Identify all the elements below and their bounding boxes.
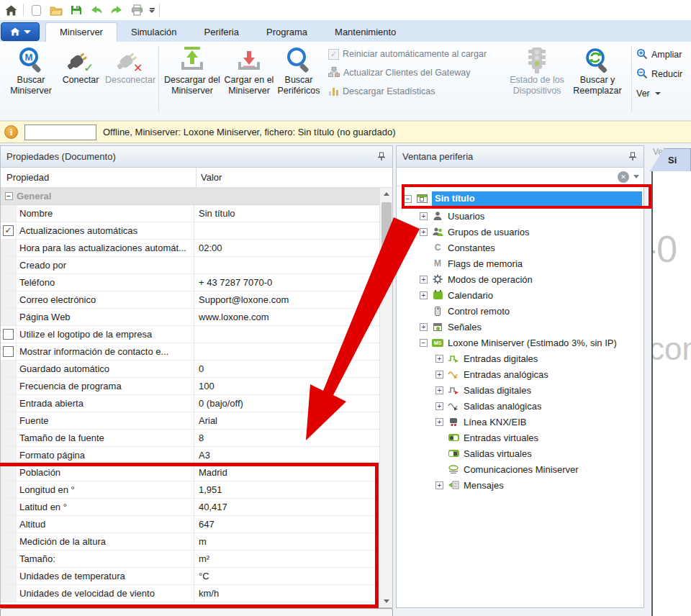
collapse-icon[interactable] bbox=[404, 195, 412, 203]
expand-icon[interactable] bbox=[420, 228, 428, 236]
property-value[interactable] bbox=[194, 222, 379, 239]
cargar-en-el-miniserver-button[interactable]: Cargar en el Miniserver bbox=[223, 45, 275, 96]
property-value[interactable]: A3 bbox=[194, 447, 379, 463]
group-row-general[interactable]: General bbox=[1, 188, 379, 205]
buscar-reemplazar-button[interactable]: Buscar y Reemplazar bbox=[569, 45, 626, 96]
table-row[interactable]: NombreSin título bbox=[1, 205, 379, 222]
pin-icon[interactable] bbox=[376, 152, 387, 162]
reiniciar-checkbox-item[interactable]: Reiniciar automáticamente al cargar bbox=[328, 47, 487, 61]
tree-item-salidas-analogicas[interactable]: Salidas analógicas bbox=[397, 398, 643, 414]
expand-icon[interactable] bbox=[420, 212, 428, 220]
table-row[interactable]: Latitud en °40,417 bbox=[1, 499, 379, 516]
property-value[interactable]: 02:00 bbox=[194, 240, 379, 256]
table-row[interactable]: Utilize el logotipo de la empresa bbox=[1, 326, 379, 343]
buscar-perifericos-button[interactable]: Buscar Periféricos bbox=[275, 45, 322, 96]
column-propiedad[interactable]: Propiedad bbox=[1, 168, 197, 187]
expand-icon[interactable] bbox=[420, 291, 428, 299]
clear-filter-icon[interactable] bbox=[618, 171, 629, 183]
document-page[interactable]: -0 com bbox=[651, 171, 691, 616]
property-value[interactable] bbox=[194, 343, 379, 360]
property-value[interactable]: + 43 7287 7070-0 bbox=[194, 274, 379, 291]
checkbox[interactable] bbox=[3, 225, 14, 236]
tab-programa[interactable]: Programa bbox=[253, 23, 321, 42]
property-value[interactable]: 0 bbox=[194, 361, 379, 377]
table-row[interactable]: Unidades de temperatura°C bbox=[1, 568, 379, 585]
property-value[interactable]: 647 bbox=[194, 516, 379, 533]
tree-item-usuarios[interactable]: Usuarios bbox=[397, 208, 643, 224]
scroll-down-arrow[interactable] bbox=[380, 595, 393, 607]
property-value[interactable]: m² bbox=[194, 551, 379, 567]
home-icon[interactable] bbox=[3, 2, 19, 18]
column-valor[interactable]: Valor bbox=[197, 172, 392, 183]
undo-icon[interactable] bbox=[89, 2, 104, 18]
table-row[interactable]: Mostrar información de contacto e... bbox=[1, 343, 379, 361]
property-value[interactable]: 40,417 bbox=[194, 499, 379, 515]
reducir-button[interactable]: Reducir bbox=[636, 66, 682, 82]
table-row[interactable]: Tamaño de la fuente8 bbox=[1, 430, 379, 447]
expand-icon[interactable] bbox=[420, 323, 428, 331]
table-row[interactable]: Altitud647 bbox=[1, 516, 379, 533]
tree-item-comunicaciones[interactable]: Comunicaciones Miniserver bbox=[397, 461, 643, 477]
tab-periferia[interactable]: Periferia bbox=[191, 23, 253, 42]
desconectar-button[interactable]: ✕ Desconectar bbox=[104, 45, 157, 86]
expand-icon[interactable] bbox=[435, 371, 443, 379]
tree-item-loxone-miniserver[interactable]: Loxone Miniserver (Estimado 3%, sin IP) bbox=[397, 335, 643, 350]
checkbox[interactable] bbox=[3, 346, 14, 357]
bottom-panel-edge[interactable] bbox=[0, 608, 393, 616]
tree-item-constantes[interactable]: CConstantes bbox=[397, 240, 643, 255]
table-row[interactable]: Hora para las actualizaciones automát...… bbox=[1, 240, 379, 257]
ampliar-button[interactable]: Ampliar bbox=[636, 47, 682, 63]
table-row[interactable]: Creado por bbox=[1, 257, 379, 274]
tree-filter-input[interactable] bbox=[398, 170, 614, 186]
conectar-button[interactable]: ✓ Conectar bbox=[58, 45, 104, 86]
tree-item-entradas-virtuales[interactable]: Entradas virtuales bbox=[397, 430, 643, 445]
redo-icon[interactable] bbox=[109, 2, 125, 18]
property-value[interactable] bbox=[194, 326, 379, 343]
table-row[interactable]: FuenteArial bbox=[1, 412, 379, 430]
expand-icon[interactable] bbox=[420, 276, 428, 284]
table-row[interactable]: Unidades de velocidad de vientokm/h bbox=[1, 585, 379, 602]
tree-item-salidas-digitales[interactable]: Salidas digitales bbox=[397, 382, 643, 398]
property-value[interactable]: Madrid bbox=[194, 464, 379, 481]
application-menu-button[interactable] bbox=[1, 22, 40, 41]
tree-item-linea-knx[interactable]: Línea KNX/EIB bbox=[397, 414, 643, 430]
table-row[interactable]: Frecuencia de programa100 bbox=[1, 378, 379, 395]
tree-item-calendario[interactable]: Calendario bbox=[397, 287, 643, 303]
scrollbar-thumb[interactable] bbox=[381, 202, 392, 250]
scroll-up-arrow[interactable] bbox=[380, 188, 393, 200]
tree-root-sin-titulo[interactable]: Sin título bbox=[397, 189, 643, 208]
table-row[interactable]: Correo electrónicoSupport@loxone.com bbox=[1, 291, 379, 309]
tab-simulacion[interactable]: Simulación bbox=[117, 23, 191, 42]
table-row[interactable]: Teléfono+ 43 7287 7070-0 bbox=[1, 274, 379, 291]
table-row[interactable]: Medición de la alturam bbox=[1, 533, 379, 551]
tree-item-control-remoto[interactable]: Control remoto bbox=[397, 303, 643, 319]
collapse-icon[interactable] bbox=[5, 192, 13, 200]
tree-item-salidas-virtuales[interactable]: Salidas virtuales bbox=[397, 445, 643, 461]
tab-miniserver[interactable]: Miniserver bbox=[45, 22, 117, 42]
expand-icon[interactable] bbox=[435, 386, 443, 394]
tree-item-mensajes[interactable]: Mensajes bbox=[397, 477, 643, 493]
expand-icon[interactable] bbox=[435, 402, 443, 410]
property-value[interactable]: °C bbox=[194, 568, 379, 584]
checkbox[interactable] bbox=[3, 329, 14, 340]
status-input[interactable] bbox=[24, 124, 96, 140]
table-row[interactable]: Formato páginaA3 bbox=[1, 447, 379, 464]
buscar-miniserver-button[interactable]: M Buscar Miniserver bbox=[6, 45, 56, 96]
property-value[interactable] bbox=[194, 257, 379, 273]
new-file-icon[interactable] bbox=[28, 2, 44, 18]
chevron-down-icon[interactable] bbox=[633, 175, 639, 178]
collapse-icon[interactable] bbox=[420, 339, 428, 347]
table-row[interactable]: Longitud en °1,951 bbox=[1, 481, 379, 499]
property-value[interactable]: m bbox=[194, 533, 379, 550]
table-row[interactable]: Guardado automático0 bbox=[1, 361, 379, 378]
property-value[interactable]: km/h bbox=[194, 585, 379, 602]
tree-item-flags-memoria[interactable]: MFlags de memoria bbox=[397, 255, 643, 271]
tree-item-grupos-usuarios[interactable]: Grupos de usuarios bbox=[397, 224, 643, 240]
tree-item-senales[interactable]: Señales bbox=[397, 319, 643, 335]
expand-icon[interactable] bbox=[435, 418, 443, 426]
toolbar-options-icon[interactable] bbox=[149, 8, 155, 13]
descargar-del-miniserver-button[interactable]: Descargar del Miniserver bbox=[161, 45, 223, 96]
expand-icon[interactable] bbox=[435, 481, 443, 489]
tree-item-entradas-analogicas[interactable]: Entradas analógicas bbox=[397, 366, 643, 382]
property-value[interactable]: 100 bbox=[194, 378, 379, 394]
